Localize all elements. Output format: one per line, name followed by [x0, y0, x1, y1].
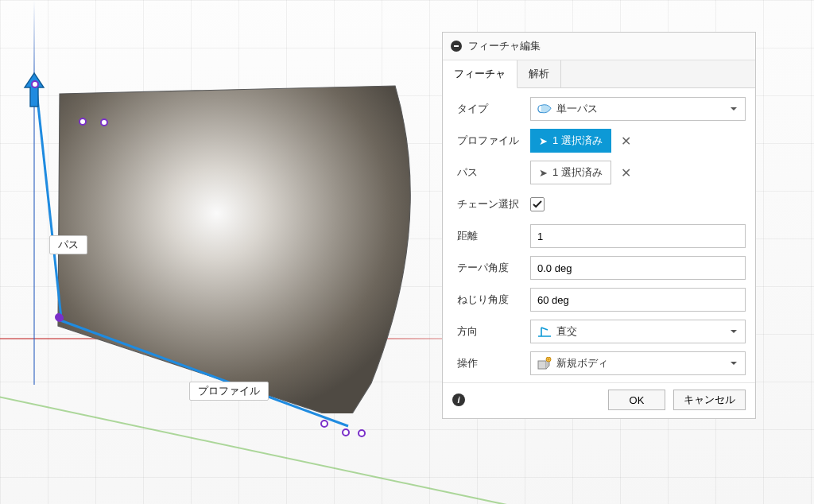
arrow-z-manipulator[interactable] [23, 72, 45, 108]
profile-selection-text: 1 選択済み [552, 134, 603, 148]
label-distance: 距離 [457, 229, 525, 243]
type-dropdown[interactable]: 単一パス [530, 97, 746, 121]
path-label-tag: パス [49, 235, 87, 254]
node-corner-fill [55, 313, 63, 321]
tab-feature[interactable]: フィーチャ [443, 60, 517, 88]
node-handle-2[interactable] [100, 118, 108, 126]
type-value: 単一パス [556, 102, 598, 116]
svg-rect-3 [538, 361, 546, 369]
operation-value: 新規ボディ [556, 356, 608, 370]
label-twist: ねじり角度 [457, 293, 525, 307]
profile-label-tag: プロファイル [189, 382, 269, 401]
path-selection-text: 1 選択済み [552, 165, 603, 180]
panel-footer: i OK キャンセル [443, 382, 755, 418]
row-direction: 方向 直交 [457, 316, 746, 347]
row-twist: ねじり角度 [457, 284, 746, 316]
clear-path-button[interactable]: ✕ [618, 165, 635, 180]
feature-edit-panel: フィーチャ編集 フィーチャ 解析 タイプ 単一パス プロファイル ➤ 1 [442, 32, 756, 419]
collapse-icon[interactable] [451, 41, 462, 52]
chain-checkbox[interactable] [530, 197, 545, 211]
node-profile-end[interactable] [358, 429, 366, 437]
row-operation: 操作 新規ボディ [457, 347, 746, 379]
cursor-icon: ➤ [539, 135, 548, 147]
cursor-icon: ➤ [539, 167, 548, 179]
clear-profile-button[interactable]: ✕ [618, 134, 635, 149]
info-icon[interactable]: i [452, 394, 465, 406]
perpendicular-icon [537, 326, 552, 337]
panel-tabs: フィーチャ 解析 [443, 60, 755, 88]
panel-body: タイプ 単一パス プロファイル ➤ 1 選択済み ✕ パス [443, 88, 755, 382]
panel-title-bar: フィーチャ編集 [443, 33, 755, 60]
operation-dropdown[interactable]: 新規ボディ [530, 351, 746, 375]
node-profile-2[interactable] [320, 420, 328, 428]
distance-input[interactable] [530, 224, 746, 248]
new-body-icon [537, 358, 552, 369]
row-type: タイプ 単一パス [457, 93, 746, 125]
tab-analysis[interactable]: 解析 [517, 60, 561, 87]
row-profile: プロファイル ➤ 1 選択済み ✕ [457, 125, 746, 157]
label-direction: 方向 [457, 324, 525, 339]
svg-line-0 [36, 83, 61, 318]
sweep-single-path-icon [537, 103, 552, 114]
path-selection[interactable]: ➤ 1 選択済み [530, 161, 611, 184]
path-edge[interactable] [28, 83, 64, 318]
row-path: パス ➤ 1 選択済み ✕ [457, 157, 746, 188]
label-profile: プロファイル [457, 134, 525, 148]
ok-button[interactable]: OK [608, 390, 665, 410]
direction-value: 直交 [556, 324, 577, 339]
row-taper: テーパ角度 [457, 252, 746, 284]
label-path: パス [457, 165, 525, 180]
label-type: タイプ [457, 102, 525, 116]
profile-selection[interactable]: ➤ 1 選択済み [530, 129, 611, 153]
node-top-path[interactable] [31, 80, 39, 88]
svg-line-1 [60, 320, 348, 426]
panel-title: フィーチャ編集 [468, 39, 541, 53]
label-taper: テーパ角度 [457, 261, 525, 275]
twist-input[interactable] [530, 288, 746, 312]
label-operation: 操作 [457, 356, 525, 370]
cancel-button[interactable]: キャンセル [673, 390, 746, 410]
taper-input[interactable] [530, 256, 746, 280]
row-distance: 距離 [457, 220, 746, 252]
row-chain: チェーン選択 [457, 188, 746, 220]
profile-edge[interactable] [38, 303, 384, 434]
label-chain: チェーン選択 [457, 197, 525, 211]
node-handle-1[interactable] [79, 118, 87, 126]
direction-dropdown[interactable]: 直交 [530, 320, 746, 343]
node-profile-3[interactable] [342, 428, 350, 436]
